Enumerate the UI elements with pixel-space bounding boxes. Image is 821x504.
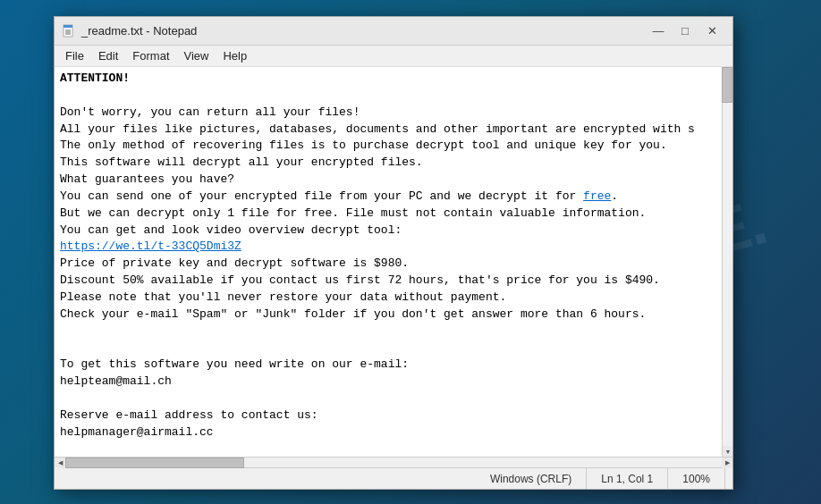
menu-file[interactable]: File xyxy=(58,47,91,64)
close-button[interactable]: ✕ xyxy=(698,19,725,44)
encoding-status: Windows (CRLF) xyxy=(476,468,587,489)
svg-rect-1 xyxy=(63,25,72,28)
vertical-scrollbar[interactable]: ▲ ▼ xyxy=(722,67,732,457)
scroll-down-arrow[interactable]: ▼ xyxy=(723,446,732,457)
window-title: _readme.txt - Notepad xyxy=(81,24,645,38)
text-content-area[interactable]: ATTENTION! Don't worry, you can return a… xyxy=(55,67,732,457)
menu-format[interactable]: Format xyxy=(125,47,176,64)
app-icon xyxy=(62,24,76,38)
scroll-left-arrow[interactable]: ◀ xyxy=(55,458,65,468)
minimize-button[interactable]: — xyxy=(645,19,672,44)
menu-help[interactable]: Help xyxy=(216,47,254,64)
zoom-status: 100% xyxy=(668,468,725,489)
scroll-right-arrow[interactable]: ▶ xyxy=(722,458,732,468)
menu-view[interactable]: View xyxy=(177,47,216,64)
cursor-position-status: Ln 1, Col 1 xyxy=(587,468,668,489)
status-bar: Windows (CRLF) Ln 1, Col 1 100% xyxy=(55,467,732,489)
text-content: ATTENTION! Don't worry, you can return a… xyxy=(55,67,722,457)
scroll-track-h[interactable] xyxy=(65,458,722,467)
title-bar: _readme.txt - Notepad — □ ✕ xyxy=(55,17,732,46)
notepad-window: _readme.txt - Notepad — □ ✕ File Edit Fo… xyxy=(54,16,733,490)
window-controls: — □ ✕ xyxy=(645,19,725,44)
horizontal-scrollbar[interactable]: ◀ ▶ xyxy=(55,457,732,467)
scroll-thumb-h[interactable] xyxy=(65,458,244,468)
menu-bar: File Edit Format View Help xyxy=(55,46,732,67)
maximize-button[interactable]: □ xyxy=(672,19,698,44)
scroll-thumb-v[interactable] xyxy=(722,67,732,103)
menu-edit[interactable]: Edit xyxy=(91,47,125,64)
